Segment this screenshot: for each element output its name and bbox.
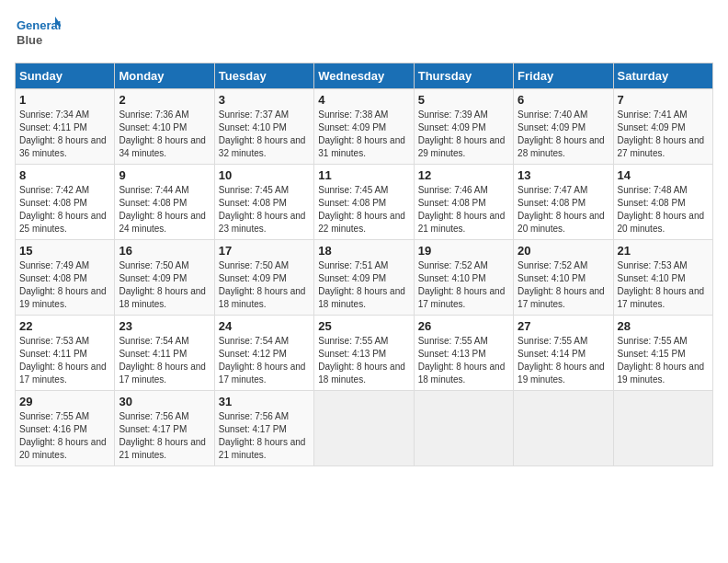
day-cell: 15Sunrise: 7:49 AMSunset: 4:08 PMDayligh… [16, 240, 115, 316]
day-cell: 5Sunrise: 7:39 AMSunset: 4:09 PMDaylight… [414, 89, 513, 165]
day-cell: 22Sunrise: 7:53 AMSunset: 4:11 PMDayligh… [16, 316, 115, 391]
week-row-5: 29Sunrise: 7:55 AMSunset: 4:16 PMDayligh… [16, 391, 713, 466]
day-info: Sunrise: 7:36 AMSunset: 4:10 PMDaylight:… [119, 109, 206, 158]
day-info: Sunrise: 7:56 AMSunset: 4:17 PMDaylight:… [119, 411, 206, 460]
header-monday: Monday [115, 63, 214, 89]
day-number: 12 [418, 168, 509, 182]
day-cell [414, 391, 513, 466]
day-number: 5 [418, 93, 509, 107]
day-cell: 23Sunrise: 7:54 AMSunset: 4:11 PMDayligh… [115, 316, 214, 391]
day-info: Sunrise: 7:53 AMSunset: 4:10 PMDaylight:… [618, 260, 705, 309]
day-cell: 31Sunrise: 7:56 AMSunset: 4:17 PMDayligh… [214, 391, 313, 466]
day-cell: 19Sunrise: 7:52 AMSunset: 4:10 PMDayligh… [414, 240, 513, 316]
logo-svg: General Blue [15, 15, 61, 52]
day-number: 13 [518, 168, 609, 182]
week-row-4: 22Sunrise: 7:53 AMSunset: 4:11 PMDayligh… [16, 316, 713, 391]
day-info: Sunrise: 7:45 AMSunset: 4:08 PMDaylight:… [318, 185, 405, 234]
day-info: Sunrise: 7:41 AMSunset: 4:09 PMDaylight:… [618, 109, 705, 158]
day-cell: 2Sunrise: 7:36 AMSunset: 4:10 PMDaylight… [115, 89, 214, 165]
day-info: Sunrise: 7:55 AMSunset: 4:15 PMDaylight:… [618, 336, 705, 385]
header-thursday: Thursday [414, 63, 513, 89]
header-wednesday: Wednesday [314, 63, 414, 89]
week-row-2: 8Sunrise: 7:42 AMSunset: 4:08 PMDaylight… [16, 165, 713, 240]
day-info: Sunrise: 7:44 AMSunset: 4:08 PMDaylight:… [119, 185, 206, 234]
day-info: Sunrise: 7:34 AMSunset: 4:11 PMDaylight:… [19, 109, 107, 158]
day-number: 2 [119, 93, 210, 107]
day-cell: 4Sunrise: 7:38 AMSunset: 4:09 PMDaylight… [314, 89, 414, 165]
header-sunday: Sunday [16, 63, 115, 89]
day-number: 3 [219, 93, 310, 107]
day-cell: 8Sunrise: 7:42 AMSunset: 4:08 PMDaylight… [16, 165, 115, 240]
day-number: 10 [219, 168, 310, 182]
day-cell: 1Sunrise: 7:34 AMSunset: 4:11 PMDaylight… [16, 89, 115, 165]
day-number: 26 [418, 319, 509, 333]
day-info: Sunrise: 7:55 AMSunset: 4:13 PMDaylight:… [318, 336, 405, 385]
day-info: Sunrise: 7:47 AMSunset: 4:08 PMDaylight:… [518, 185, 605, 234]
day-info: Sunrise: 7:40 AMSunset: 4:09 PMDaylight:… [518, 109, 605, 158]
day-number: 24 [219, 319, 310, 333]
day-cell: 21Sunrise: 7:53 AMSunset: 4:10 PMDayligh… [613, 240, 712, 316]
week-row-1: 1Sunrise: 7:34 AMSunset: 4:11 PMDaylight… [16, 89, 713, 165]
day-number: 15 [19, 244, 110, 258]
day-number: 16 [119, 244, 210, 258]
header-tuesday: Tuesday [214, 63, 313, 89]
day-number: 20 [518, 244, 609, 258]
day-number: 11 [318, 168, 409, 182]
day-info: Sunrise: 7:56 AMSunset: 4:17 PMDaylight:… [219, 411, 306, 460]
day-cell [314, 391, 414, 466]
day-number: 8 [19, 168, 110, 182]
day-number: 4 [318, 93, 409, 107]
day-info: Sunrise: 7:55 AMSunset: 4:16 PMDaylight:… [19, 411, 107, 460]
day-cell: 12Sunrise: 7:46 AMSunset: 4:08 PMDayligh… [414, 165, 513, 240]
day-info: Sunrise: 7:54 AMSunset: 4:11 PMDaylight:… [119, 336, 206, 385]
day-number: 7 [618, 93, 709, 107]
header-saturday: Saturday [613, 63, 712, 89]
day-cell: 18Sunrise: 7:51 AMSunset: 4:09 PMDayligh… [314, 240, 414, 316]
day-cell: 20Sunrise: 7:52 AMSunset: 4:10 PMDayligh… [514, 240, 613, 316]
day-info: Sunrise: 7:49 AMSunset: 4:08 PMDaylight:… [19, 260, 107, 309]
day-cell: 6Sunrise: 7:40 AMSunset: 4:09 PMDaylight… [514, 89, 613, 165]
day-cell: 14Sunrise: 7:48 AMSunset: 4:08 PMDayligh… [613, 165, 712, 240]
day-info: Sunrise: 7:51 AMSunset: 4:09 PMDaylight:… [318, 260, 405, 309]
day-info: Sunrise: 7:39 AMSunset: 4:09 PMDaylight:… [418, 109, 506, 158]
day-info: Sunrise: 7:55 AMSunset: 4:14 PMDaylight:… [518, 336, 605, 385]
day-number: 14 [618, 168, 709, 182]
day-number: 19 [418, 244, 509, 258]
day-number: 29 [19, 395, 110, 408]
day-number: 17 [219, 244, 310, 258]
day-cell: 7Sunrise: 7:41 AMSunset: 4:09 PMDaylight… [613, 89, 712, 165]
day-info: Sunrise: 7:55 AMSunset: 4:13 PMDaylight:… [418, 336, 506, 385]
day-info: Sunrise: 7:37 AMSunset: 4:10 PMDaylight:… [219, 109, 306, 158]
day-info: Sunrise: 7:50 AMSunset: 4:09 PMDaylight:… [119, 260, 206, 309]
day-cell: 11Sunrise: 7:45 AMSunset: 4:08 PMDayligh… [314, 165, 414, 240]
day-cell: 10Sunrise: 7:45 AMSunset: 4:08 PMDayligh… [214, 165, 313, 240]
logo: General Blue [15, 15, 61, 52]
day-number: 1 [19, 93, 110, 107]
week-row-3: 15Sunrise: 7:49 AMSunset: 4:08 PMDayligh… [16, 240, 713, 316]
day-cell: 25Sunrise: 7:55 AMSunset: 4:13 PMDayligh… [314, 316, 414, 391]
day-cell: 16Sunrise: 7:50 AMSunset: 4:09 PMDayligh… [115, 240, 214, 316]
day-number: 9 [119, 168, 210, 182]
day-cell: 30Sunrise: 7:56 AMSunset: 4:17 PMDayligh… [115, 391, 214, 466]
page-header: General Blue [15, 15, 713, 52]
day-info: Sunrise: 7:54 AMSunset: 4:12 PMDaylight:… [219, 336, 306, 385]
day-cell [613, 391, 712, 466]
day-info: Sunrise: 7:53 AMSunset: 4:11 PMDaylight:… [19, 336, 107, 385]
header-friday: Friday [514, 63, 613, 89]
day-info: Sunrise: 7:45 AMSunset: 4:08 PMDaylight:… [219, 185, 306, 234]
day-info: Sunrise: 7:42 AMSunset: 4:08 PMDaylight:… [19, 185, 107, 234]
header-row: SundayMondayTuesdayWednesdayThursdayFrid… [16, 63, 713, 89]
day-info: Sunrise: 7:46 AMSunset: 4:08 PMDaylight:… [418, 185, 506, 234]
day-cell: 27Sunrise: 7:55 AMSunset: 4:14 PMDayligh… [514, 316, 613, 391]
day-number: 23 [119, 319, 210, 333]
day-cell: 17Sunrise: 7:50 AMSunset: 4:09 PMDayligh… [214, 240, 313, 316]
day-cell: 29Sunrise: 7:55 AMSunset: 4:16 PMDayligh… [16, 391, 115, 466]
day-number: 30 [119, 395, 210, 408]
day-number: 31 [219, 395, 310, 408]
day-cell: 9Sunrise: 7:44 AMSunset: 4:08 PMDaylight… [115, 165, 214, 240]
day-cell: 3Sunrise: 7:37 AMSunset: 4:10 PMDaylight… [214, 89, 313, 165]
svg-text:General: General [17, 18, 61, 32]
day-info: Sunrise: 7:48 AMSunset: 4:08 PMDaylight:… [618, 185, 705, 234]
day-cell: 26Sunrise: 7:55 AMSunset: 4:13 PMDayligh… [414, 316, 513, 391]
day-number: 27 [518, 319, 609, 333]
